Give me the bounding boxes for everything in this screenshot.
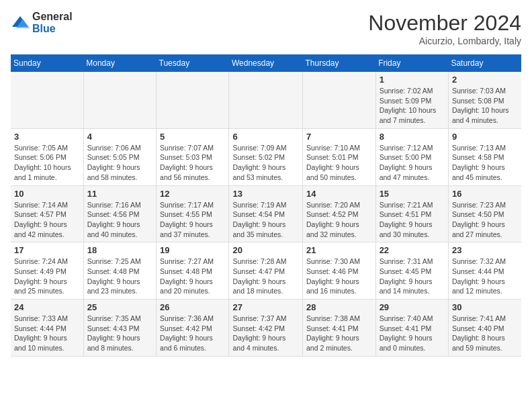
day-info: Sunrise: 7:12 AM Sunset: 5:00 PM Dayligh… — [380, 143, 445, 183]
day-info: Sunrise: 7:17 AM Sunset: 4:55 PM Dayligh… — [160, 200, 225, 240]
calendar-cell: 8Sunrise: 7:12 AM Sunset: 5:00 PM Daylig… — [375, 128, 448, 185]
calendar-cell — [157, 72, 229, 128]
weekday-header-thursday: Thursday — [302, 54, 375, 72]
calendar-cell: 4Sunrise: 7:06 AM Sunset: 5:05 PM Daylig… — [83, 128, 156, 185]
day-number: 4 — [87, 132, 152, 142]
day-number: 27 — [232, 302, 298, 312]
calendar-table: SundayMondayTuesdayWednesdayThursdayFrid… — [11, 54, 521, 357]
day-number: 16 — [452, 189, 518, 199]
calendar-cell: 10Sunrise: 7:14 AM Sunset: 4:57 PM Dayli… — [11, 185, 83, 242]
day-info: Sunrise: 7:03 AM Sunset: 5:08 PM Dayligh… — [452, 86, 518, 126]
day-number: 13 — [232, 189, 298, 199]
calendar-cell: 25Sunrise: 7:35 AM Sunset: 4:43 PM Dayli… — [83, 300, 156, 357]
weekday-header-wednesday: Wednesday — [229, 54, 302, 72]
calendar-cell: 15Sunrise: 7:21 AM Sunset: 4:51 PM Dayli… — [375, 185, 448, 242]
day-number: 18 — [87, 245, 152, 255]
day-number: 26 — [160, 302, 225, 312]
calendar-cell: 7Sunrise: 7:10 AM Sunset: 5:01 PM Daylig… — [302, 128, 375, 185]
day-info: Sunrise: 7:31 AM Sunset: 4:45 PM Dayligh… — [380, 257, 445, 296]
month-title: November 2024 — [368, 11, 521, 36]
day-info: Sunrise: 7:32 AM Sunset: 4:44 PM Dayligh… — [452, 257, 518, 296]
day-info: Sunrise: 7:13 AM Sunset: 4:58 PM Dayligh… — [452, 143, 518, 183]
day-info: Sunrise: 7:10 AM Sunset: 5:01 PM Dayligh… — [306, 143, 372, 183]
day-number: 5 — [160, 132, 225, 142]
calendar-cell: 17Sunrise: 7:24 AM Sunset: 4:49 PM Dayli… — [11, 242, 83, 300]
weekday-header-sunday: Sunday — [11, 54, 83, 72]
calendar-header-row: SundayMondayTuesdayWednesdayThursdayFrid… — [11, 54, 521, 72]
calendar-cell: 16Sunrise: 7:23 AM Sunset: 4:50 PM Dayli… — [448, 185, 521, 242]
calendar-cell: 27Sunrise: 7:37 AM Sunset: 4:42 PM Dayli… — [229, 300, 302, 357]
calendar-cell: 28Sunrise: 7:38 AM Sunset: 4:41 PM Dayli… — [302, 300, 375, 357]
calendar-cell: 18Sunrise: 7:25 AM Sunset: 4:48 PM Dayli… — [83, 242, 156, 300]
day-number: 30 — [452, 302, 518, 312]
logo-text: General Blue — [32, 11, 73, 34]
day-number: 22 — [380, 245, 445, 255]
day-number: 3 — [14, 132, 80, 142]
day-info: Sunrise: 7:33 AM Sunset: 4:44 PM Dayligh… — [14, 314, 80, 353]
calendar-cell: 9Sunrise: 7:13 AM Sunset: 4:58 PM Daylig… — [448, 128, 521, 185]
calendar-cell: 23Sunrise: 7:32 AM Sunset: 4:44 PM Dayli… — [448, 242, 521, 300]
day-number: 2 — [452, 75, 518, 85]
calendar-cell: 1Sunrise: 7:02 AM Sunset: 5:09 PM Daylig… — [375, 72, 448, 128]
calendar-cell: 20Sunrise: 7:28 AM Sunset: 4:47 PM Dayli… — [229, 242, 302, 300]
calendar-cell — [302, 72, 375, 128]
calendar-cell: 5Sunrise: 7:07 AM Sunset: 5:03 PM Daylig… — [157, 128, 229, 185]
day-number: 24 — [14, 302, 80, 312]
day-number: 1 — [380, 75, 445, 85]
calendar-cell: 29Sunrise: 7:40 AM Sunset: 4:41 PM Dayli… — [375, 300, 448, 357]
day-number: 25 — [87, 302, 152, 312]
day-info: Sunrise: 7:40 AM Sunset: 4:41 PM Dayligh… — [380, 314, 445, 353]
day-info: Sunrise: 7:21 AM Sunset: 4:51 PM Dayligh… — [380, 200, 445, 240]
day-info: Sunrise: 7:02 AM Sunset: 5:09 PM Dayligh… — [380, 86, 445, 126]
day-number: 12 — [160, 189, 225, 199]
calendar-cell: 13Sunrise: 7:19 AM Sunset: 4:54 PM Dayli… — [229, 185, 302, 242]
day-info: Sunrise: 7:27 AM Sunset: 4:48 PM Dayligh… — [160, 257, 225, 296]
calendar-week-1: 3Sunrise: 7:05 AM Sunset: 5:06 PM Daylig… — [11, 128, 521, 185]
calendar-cell — [229, 72, 302, 128]
day-number: 6 — [232, 132, 298, 142]
weekday-header-saturday: Saturday — [448, 54, 521, 72]
day-number: 15 — [380, 189, 445, 199]
day-number: 29 — [380, 302, 445, 312]
day-number: 17 — [14, 245, 80, 255]
weekday-header-friday: Friday — [375, 54, 448, 72]
title-block: November 2024 Aicurzio, Lombardy, Italy — [368, 11, 521, 46]
calendar-cell: 2Sunrise: 7:03 AM Sunset: 5:08 PM Daylig… — [448, 72, 521, 128]
calendar-cell: 22Sunrise: 7:31 AM Sunset: 4:45 PM Dayli… — [375, 242, 448, 300]
day-info: Sunrise: 7:30 AM Sunset: 4:46 PM Dayligh… — [306, 257, 372, 296]
weekday-header-tuesday: Tuesday — [157, 54, 229, 72]
calendar-cell: 14Sunrise: 7:20 AM Sunset: 4:52 PM Dayli… — [302, 185, 375, 242]
calendar-cell: 6Sunrise: 7:09 AM Sunset: 5:02 PM Daylig… — [229, 128, 302, 185]
day-info: Sunrise: 7:20 AM Sunset: 4:52 PM Dayligh… — [306, 200, 372, 240]
day-number: 14 — [306, 189, 372, 199]
calendar-cell: 21Sunrise: 7:30 AM Sunset: 4:46 PM Dayli… — [302, 242, 375, 300]
day-info: Sunrise: 7:19 AM Sunset: 4:54 PM Dayligh… — [232, 200, 298, 240]
calendar-cell: 30Sunrise: 7:41 AM Sunset: 4:40 PM Dayli… — [448, 300, 521, 357]
calendar-cell — [83, 72, 156, 128]
logo: General Blue — [11, 11, 73, 34]
calendar-week-0: 1Sunrise: 7:02 AM Sunset: 5:09 PM Daylig… — [11, 72, 521, 128]
calendar-cell: 3Sunrise: 7:05 AM Sunset: 5:06 PM Daylig… — [11, 128, 83, 185]
calendar-week-2: 10Sunrise: 7:14 AM Sunset: 4:57 PM Dayli… — [11, 185, 521, 242]
page-header: General Blue November 2024 Aicurzio, Lom… — [11, 11, 521, 46]
day-number: 23 — [452, 245, 518, 255]
logo-blue-text: Blue — [32, 23, 73, 35]
day-info: Sunrise: 7:41 AM Sunset: 4:40 PM Dayligh… — [452, 314, 518, 353]
calendar-cell: 11Sunrise: 7:16 AM Sunset: 4:56 PM Dayli… — [83, 185, 156, 242]
day-info: Sunrise: 7:37 AM Sunset: 4:42 PM Dayligh… — [232, 314, 298, 353]
calendar-week-4: 24Sunrise: 7:33 AM Sunset: 4:44 PM Dayli… — [11, 300, 521, 357]
calendar-week-3: 17Sunrise: 7:24 AM Sunset: 4:49 PM Dayli… — [11, 242, 521, 300]
logo-general-text: General — [32, 11, 73, 23]
day-number: 7 — [306, 132, 372, 142]
day-info: Sunrise: 7:05 AM Sunset: 5:06 PM Dayligh… — [14, 143, 80, 183]
calendar-cell — [11, 72, 83, 128]
day-info: Sunrise: 7:35 AM Sunset: 4:43 PM Dayligh… — [87, 314, 152, 353]
day-number: 8 — [380, 132, 445, 142]
day-info: Sunrise: 7:25 AM Sunset: 4:48 PM Dayligh… — [87, 257, 152, 296]
calendar-cell: 26Sunrise: 7:36 AM Sunset: 4:42 PM Dayli… — [157, 300, 229, 357]
day-number: 19 — [160, 245, 225, 255]
day-number: 10 — [14, 189, 80, 199]
day-info: Sunrise: 7:36 AM Sunset: 4:42 PM Dayligh… — [160, 314, 225, 353]
day-info: Sunrise: 7:09 AM Sunset: 5:02 PM Dayligh… — [232, 143, 298, 183]
day-info: Sunrise: 7:28 AM Sunset: 4:47 PM Dayligh… — [232, 257, 298, 296]
